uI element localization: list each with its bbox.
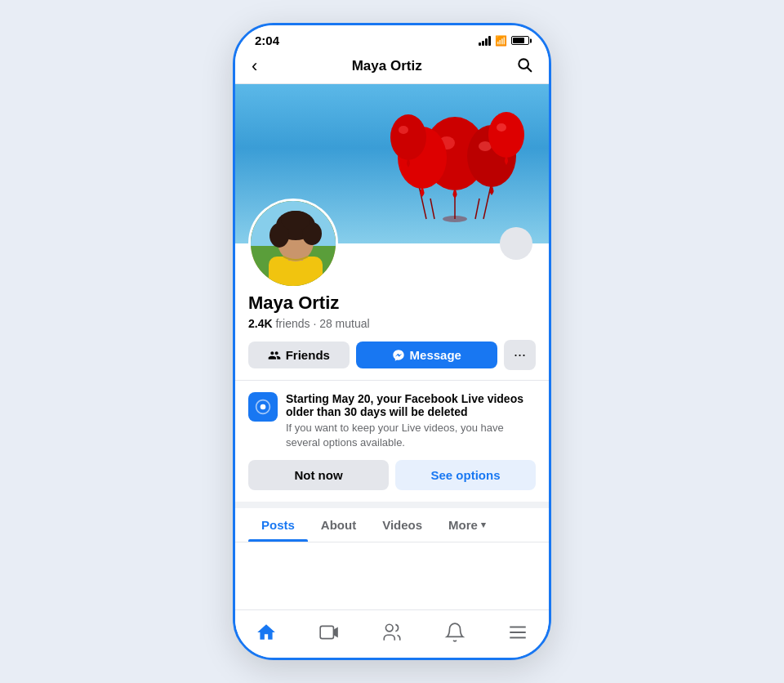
svg-rect-28 <box>320 626 333 638</box>
notification-text: Starting May 20, your Facebook Live vide… <box>286 392 536 450</box>
svg-point-26 <box>281 211 310 230</box>
friends-button[interactable]: Friends <box>248 342 350 368</box>
svg-point-30 <box>385 624 393 632</box>
see-options-button[interactable]: See options <box>395 460 536 490</box>
back-button[interactable]: ‹ <box>252 56 257 77</box>
svg-point-27 <box>261 404 266 410</box>
search-button[interactable] <box>516 56 532 77</box>
tab-posts[interactable]: Posts <box>248 508 308 542</box>
chevron-down-icon: ▾ <box>481 520 486 530</box>
profile-meta: 2.4K friends · 28 mutual <box>248 317 536 330</box>
svg-point-13 <box>390 114 426 160</box>
action-buttons: Friends Message ··· <box>248 340 536 370</box>
bottom-navigation <box>235 609 549 658</box>
tab-about-label: About <box>321 518 356 532</box>
message-button[interactable]: Message <box>356 342 497 368</box>
friends-count: 2.4K <box>248 317 273 330</box>
status-bar: 2:04 📶 <box>235 25 549 51</box>
bell-icon <box>444 622 466 643</box>
wifi-icon: 📶 <box>495 35 507 47</box>
bottom-nav-people[interactable] <box>368 618 416 646</box>
people-icon <box>381 622 403 643</box>
video-icon <box>318 622 340 643</box>
message-button-label: Message <box>410 348 461 362</box>
tab-about[interactable]: About <box>308 508 369 542</box>
profile-tabs: Posts About Videos More ▾ <box>235 508 549 542</box>
notification-actions: Not now See options <box>248 460 536 490</box>
notification-title: Starting May 20, your Facebook Live vide… <box>286 392 536 418</box>
profile-picture[interactable] <box>248 199 338 288</box>
svg-line-1 <box>528 67 532 71</box>
friends-icon <box>268 349 281 362</box>
tab-posts-label: Posts <box>261 518 295 532</box>
add-photo-button[interactable] <box>500 227 532 260</box>
svg-point-14 <box>399 126 408 134</box>
battery-icon <box>511 36 529 45</box>
page-title: Maya Ortiz <box>352 58 422 74</box>
more-options-button[interactable]: ··· <box>504 340 536 370</box>
not-now-button[interactable]: Not now <box>248 460 389 490</box>
more-dots-icon: ··· <box>514 346 526 364</box>
svg-line-2 <box>430 199 434 219</box>
status-icons: 📶 <box>479 35 529 47</box>
phone-frame: 2:04 📶 ‹ Maya Ortiz <box>233 23 551 660</box>
notification-body: If you want to keep your Live videos, yo… <box>286 421 536 450</box>
live-video-icon <box>248 392 278 422</box>
home-icon <box>256 622 277 643</box>
signal-icon <box>479 36 491 46</box>
bottom-nav-bell[interactable] <box>431 618 479 646</box>
bottom-nav-video[interactable] <box>305 618 353 646</box>
bottom-nav-menu[interactable] <box>494 618 541 646</box>
tab-videos-label: Videos <box>382 518 422 532</box>
cover-photo <box>235 84 549 243</box>
svg-point-15 <box>488 112 524 158</box>
tab-more[interactable]: More ▾ <box>435 508 499 542</box>
svg-point-17 <box>443 216 467 222</box>
tab-more-label: More <box>448 518 478 532</box>
friends-label-meta: friends · 28 mutual <box>275 317 369 330</box>
status-time: 2:04 <box>255 33 279 47</box>
friends-button-label: Friends <box>286 348 330 362</box>
svg-line-4 <box>475 199 479 219</box>
nav-bar: ‹ Maya Ortiz <box>235 51 549 84</box>
menu-icon <box>507 622 528 643</box>
profile-name: Maya Ortiz <box>248 292 536 314</box>
notification-content: Starting May 20, your Facebook Live vide… <box>248 392 536 450</box>
messenger-icon <box>392 349 405 362</box>
notification-card: Starting May 20, your Facebook Live vide… <box>235 381 549 508</box>
svg-point-16 <box>497 123 506 132</box>
bottom-nav-home[interactable] <box>243 618 290 646</box>
tab-videos[interactable]: Videos <box>369 508 435 542</box>
balloons-image <box>385 92 524 227</box>
